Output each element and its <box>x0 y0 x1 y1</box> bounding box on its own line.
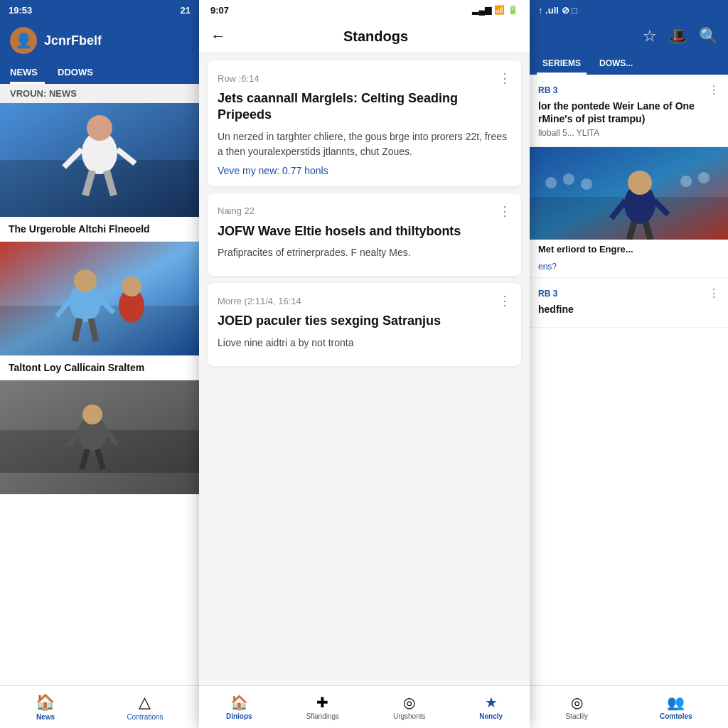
center-title: Standogs <box>233 28 518 45</box>
center-status-icons: ▂▄▆ 📶 🔋 <box>472 5 518 15</box>
right-nav-comtoles[interactable]: 👥 Comtoles <box>660 694 692 720</box>
list-item[interactable] <box>0 380 199 495</box>
right-card-sub-1: lloball 5... YLITA <box>538 128 719 138</box>
left-tab-news[interactable]: NEWS <box>10 61 45 84</box>
card-timestamp-1: Row :6:14 <box>218 73 259 84</box>
right-card-2[interactable]: RB 3 ⋮ hedfine <box>530 278 728 328</box>
left-time: 19:53 <box>9 5 32 16</box>
card-menu-3[interactable]: ⋮ <box>498 293 511 309</box>
list-item[interactable]: The Urgeroble Altchi Flneoeld <box>0 103 199 242</box>
news-image-3 <box>0 380 199 494</box>
left-tabs: NEWS DDOWS <box>0 61 199 84</box>
hat-icon[interactable]: 🎩 <box>668 27 687 46</box>
home-icon: 🏠 <box>36 693 55 712</box>
right-card-headline-2: hedfine <box>538 303 719 316</box>
right-news-caption: Met erliord to Engre... <box>530 240 728 262</box>
card-headline-3: JOED pacuIer ties sexging Satranjus <box>218 313 511 329</box>
card-menu-1[interactable]: ⋮ <box>498 70 511 86</box>
left-news-list: The Urgeroble Altchi Flneoeld <box>0 103 199 685</box>
svg-rect-9 <box>0 306 199 355</box>
plus-icon: ✚ <box>316 694 328 711</box>
news-card-3[interactable]: Morre (2:11/4, 16:14 ⋮ JOED pacuIer ties… <box>208 283 521 365</box>
left-tab-ddows[interactable]: DDOWS <box>58 61 100 84</box>
right-bottom-nav: ◎ Staclily 👥 Comtoles <box>530 685 728 728</box>
svg-point-3 <box>87 115 112 141</box>
circle-right-icon: ◎ <box>571 694 583 711</box>
left-status-bar: 19:53 21 <box>0 0 199 20</box>
list-item[interactable]: Taltont Loy Callicain Sraltem <box>0 242 199 380</box>
left-nav-contrations-label: Contrations <box>127 713 163 721</box>
right-card-menu-2[interactable]: ⋮ <box>708 287 719 300</box>
avatar: 👤 <box>10 27 37 54</box>
center-nav-standings[interactable]: ✚ Sflandings <box>306 694 339 720</box>
right-content: RB 3 ⋮ lor the pontede Weir Lane of One … <box>530 75 728 685</box>
wifi-icon: 📶 <box>494 5 505 15</box>
news-card-1[interactable]: Row :6:14 ⋮ Jets caannall Marglels: Celt… <box>208 60 521 186</box>
svg-point-11 <box>74 269 97 292</box>
card-meta-3: Morre (2:11/4, 16:14 ⋮ <box>218 293 511 309</box>
center-nav-home[interactable]: 🏠 Diniops <box>226 694 252 720</box>
card-body-1: Un nerzed in targhter chliere, the gous … <box>218 129 511 159</box>
right-tab-dows[interactable]: DOWS... <box>594 53 638 75</box>
card-headline-2: JOFW Wave Eltie hosels and thiltybonts <box>218 223 511 240</box>
left-header: 👤 JcnrFbelf <box>0 20 199 61</box>
right-news-sub[interactable]: ens? <box>530 262 728 277</box>
right-nav-staclily[interactable]: ◎ Staclily <box>565 694 588 720</box>
card-meta-1: Row :6:14 ⋮ <box>218 70 511 86</box>
right-card-tag-1: RB 3 <box>538 85 557 95</box>
star-header-icon[interactable]: ☆ <box>643 27 657 46</box>
card-headline-1: Jets caannall Marglels: Celting Seading … <box>218 90 511 124</box>
center-status-bar: 9:07 ▂▄▆ 📶 🔋 <box>199 0 530 20</box>
news-card-2[interactable]: Naing 22 ⋮ JOFW Wave Eltie hosels and th… <box>208 193 521 276</box>
right-news-block[interactable]: Met erliord to Engre... ens? <box>530 147 728 278</box>
card-timestamp-2: Naing 22 <box>218 205 255 216</box>
card-timestamp-3: Morre (2:11/4, 16:14 <box>218 296 301 306</box>
center-panel: 9:07 ▂▄▆ 📶 🔋 ← Standogs Row :6:14 ⋮ Jets… <box>199 0 530 728</box>
center-nav-urgshonts-label: Urgshonts <box>393 712 426 720</box>
back-button[interactable]: ← <box>210 27 226 46</box>
center-nav-nencly[interactable]: ★ Nencly <box>479 694 503 720</box>
left-bottom-nav: 🏠 News △ Contrations <box>0 685 199 728</box>
card-menu-2[interactable]: ⋮ <box>498 203 511 219</box>
left-username: JcnrFbelf <box>44 33 102 48</box>
right-nav-staclily-label: Staclily <box>565 712 588 720</box>
card-link-1[interactable]: Veve my new: 0.77 honls <box>218 165 511 176</box>
people-icon: 👥 <box>667 694 685 711</box>
card-body-3: Liove nine aidtri a by not tronta <box>218 336 511 350</box>
right-nav-comtoles-label: Comtoles <box>660 712 692 720</box>
left-nav-news[interactable]: 🏠 News <box>36 693 55 721</box>
svg-point-34 <box>545 177 557 188</box>
star-icon: ★ <box>485 694 498 711</box>
right-card-1[interactable]: RB 3 ⋮ lor the pontede Weir Lane of One … <box>530 75 728 147</box>
right-tab-seriems[interactable]: SERIEMS <box>537 53 587 75</box>
left-nav-contrations[interactable]: △ Contrations <box>127 693 163 721</box>
search-icon[interactable]: 🔍 <box>699 27 718 46</box>
svg-point-38 <box>698 172 710 183</box>
right-card-menu-1[interactable]: ⋮ <box>708 83 719 97</box>
right-news-image <box>530 147 728 240</box>
right-card-meta-2: RB 3 ⋮ <box>538 287 719 300</box>
home-icon-center: 🏠 <box>230 694 248 711</box>
svg-point-17 <box>122 277 141 296</box>
circle-icon: ◎ <box>403 694 415 711</box>
svg-point-29 <box>628 171 652 195</box>
card-body-2: Prafipracites of etrinerprades. F nealty… <box>218 245 511 260</box>
center-nav-standings-label: Sflandings <box>306 712 339 720</box>
left-section-label: VROUN: NEWS <box>0 84 199 103</box>
center-header: ← Standogs <box>199 20 530 53</box>
right-panel: ↑ .ull ⊘ □ ☆ 🎩 🔍 SERIEMS DOWS... RB 3 ⋮ … <box>530 0 728 728</box>
right-status-bar: ↑ .ull ⊘ □ <box>530 0 728 20</box>
battery-icon: 🔋 <box>508 5 518 15</box>
left-nav-news-label: News <box>36 713 55 721</box>
center-nav-urgshonts[interactable]: ◎ Urgshonts <box>393 694 426 720</box>
card-meta-2: Naing 22 ⋮ <box>218 203 511 219</box>
center-nav-nencly-label: Nencly <box>479 712 503 720</box>
left-notif-badge: 21 <box>181 5 191 16</box>
right-status-text: ↑ .ull ⊘ □ <box>538 5 577 16</box>
news-image-1 <box>0 103 199 217</box>
right-tabs: SERIEMS DOWS... <box>530 53 728 75</box>
right-card-tag-2: RB 3 <box>538 289 557 299</box>
right-card-meta-1: RB 3 ⋮ <box>538 83 719 97</box>
center-bottom-nav: 🏠 Diniops ✚ Sflandings ◎ Urgshonts ★ Nen… <box>199 685 530 728</box>
left-news-caption-2: Taltont Loy Callicain Sraltem <box>0 355 199 380</box>
